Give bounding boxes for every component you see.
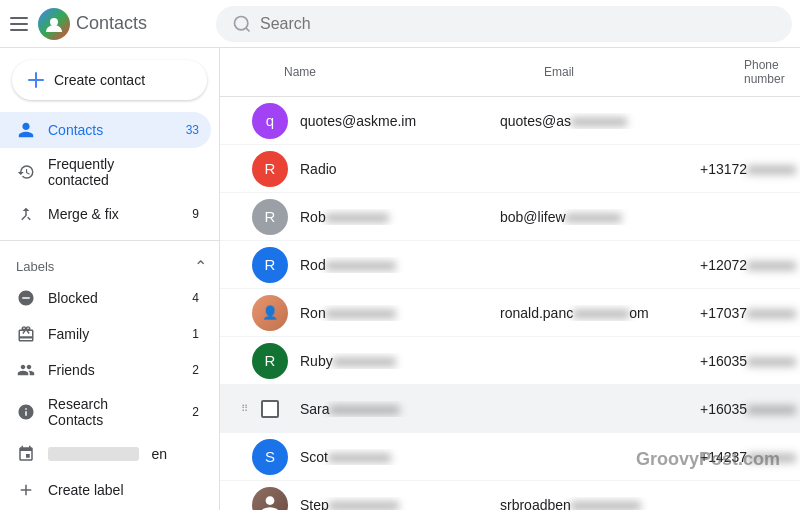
table-row[interactable]: 👤 Ronxxxxxxxxxx ronald.pancxxxxxxxxom +1… [220,289,800,337]
app-title: Contacts [76,13,147,34]
table-row[interactable]: S Scotxxxxxxxxx +14237xxxxxxx [220,433,800,481]
friends-badge: 2 [179,363,199,377]
contact-name: Rubyxxxxxxxxx [300,353,500,369]
create-label-button[interactable]: Create label [0,472,211,508]
avatar: R [252,343,288,379]
merge-icon [16,204,36,224]
contacts-label: Contacts [48,122,167,138]
contact-email: ronald.pancxxxxxxxxom [500,305,700,321]
contact-phone: +17037xxxxxxx [700,305,800,321]
menu-icon[interactable] [8,12,32,36]
label-research-icon [16,402,36,422]
svg-point-1 [235,16,248,29]
topbar: Contacts [0,0,800,48]
contacts-list: q quotes@askme.im quotes@asxxxxxxxx R Ra… [220,97,800,510]
blocked-badge: 4 [179,291,199,305]
search-input[interactable] [260,15,776,33]
sidebar-item-hidden[interactable]: en [0,436,211,472]
contact-name: quotes@askme.im [300,113,500,129]
contact-name: Radio [300,161,500,177]
avatar: q [252,103,288,139]
merge-label: Merge & fix [48,206,167,222]
sidebar-item-frequently[interactable]: Frequently contacted [0,148,211,196]
contact-name: Ronxxxxxxxxxx [300,305,500,321]
app-header: Contacts [8,8,208,40]
label-friends-icon [16,360,36,380]
row-drag-handle: ⠿ [236,403,252,414]
avatar [252,487,288,511]
contact-name: Scotxxxxxxxxx [300,449,500,465]
create-contact-button[interactable]: Create contact [12,60,207,100]
label-hidden-icon [16,444,36,464]
contact-name: Rodxxxxxxxxxx [300,257,500,273]
col-name-header: Name [284,65,544,79]
person-icon [16,120,36,140]
sidebar-item-blocked[interactable]: Blocked 4 [0,280,211,316]
sidebar-item-family[interactable]: Family 1 [0,316,211,352]
research-label: Research Contacts [48,396,167,428]
table-row[interactable]: R Robxxxxxxxxx bob@lifewxxxxxxxx [220,193,800,241]
table-row[interactable]: Stepxxxxxxxxxx srbroadbenxxxxxxxxxx [220,481,800,510]
svg-point-0 [50,18,58,26]
frequently-label: Frequently contacted [48,156,167,188]
main-content: Name Email Phone number q quotes@askme.i… [220,48,800,510]
add-label-icon [16,480,36,500]
contact-name: Stepxxxxxxxxxx [300,497,500,511]
avatar: 👤 [252,295,288,331]
family-badge: 1 [179,327,199,341]
table-header: Name Email Phone number [220,48,800,97]
contact-name: Saraxxxxxxxxxx [300,401,500,417]
chevron-up-icon: ⌃ [194,257,207,276]
table-row[interactable]: R Rubyxxxxxxxxx +16035xxxxxxx [220,337,800,385]
search-icon [232,14,252,34]
contact-checkbox[interactable] [261,400,279,418]
contact-email: quotes@asxxxxxxxx [500,113,700,129]
contact-name: Robxxxxxxxxx [300,209,500,225]
contact-phone: +16035xxxxxxx [700,401,800,417]
merge-badge: 9 [179,207,199,221]
label-blocked-icon [16,288,36,308]
table-row[interactable]: R Radio +13172xxxxxxx [220,145,800,193]
svg-line-2 [246,27,250,31]
avatar: R [252,199,288,235]
contact-phone: +16035xxxxxxx [700,353,800,369]
sidebar-item-research[interactable]: Research Contacts 2 [0,388,211,436]
sidebar-item-friends[interactable]: Friends 2 [0,352,211,388]
table-row[interactable]: q quotes@askme.im quotes@asxxxxxxxx [220,97,800,145]
search-bar[interactable] [216,6,792,42]
label-family-icon [16,324,36,344]
contact-phone: +13172xxxxxxx [700,161,800,177]
sidebar: Create contact Contacts 33 Frequently co… [0,48,220,510]
research-badge: 2 [179,405,199,419]
labels-section-header[interactable]: Labels ⌃ [0,249,219,280]
create-contact-label: Create contact [54,72,145,88]
contact-phone: +12072xxxxxxx [700,257,800,273]
create-label-text: Create label [48,482,199,498]
friends-label: Friends [48,362,167,378]
col-phone-header: Phone number [744,58,800,86]
sidebar-item-contacts[interactable]: Contacts 33 [0,112,211,148]
labels-section-title: Labels [16,259,54,274]
contact-email: bob@lifewxxxxxxxx [500,209,700,225]
table-row[interactable]: R Rodxxxxxxxxxx +12072xxxxxxx [220,241,800,289]
app-logo-icon [38,8,70,40]
main-layout: Create contact Contacts 33 Frequently co… [0,48,800,510]
history-icon [16,162,36,182]
plus-icon [26,70,46,90]
contacts-badge: 33 [179,123,199,137]
table-row[interactable]: ⠿ Saraxxxxxxxxxx +16035xxxxxxx [220,385,800,433]
avatar: S [252,439,288,475]
avatar: R [252,151,288,187]
hidden-label [48,447,139,461]
col-email-header: Email [544,65,744,79]
sidebar-item-merge[interactable]: Merge & fix 9 [0,196,211,232]
family-label: Family [48,326,167,342]
contact-email: srbroadbenxxxxxxxxxx [500,497,700,511]
avatar: R [252,247,288,283]
contact-phone: +14237xxxxxxx [700,449,800,465]
sidebar-divider-1 [0,240,219,241]
hidden-suffix: en [151,446,167,462]
blocked-label: Blocked [48,290,167,306]
